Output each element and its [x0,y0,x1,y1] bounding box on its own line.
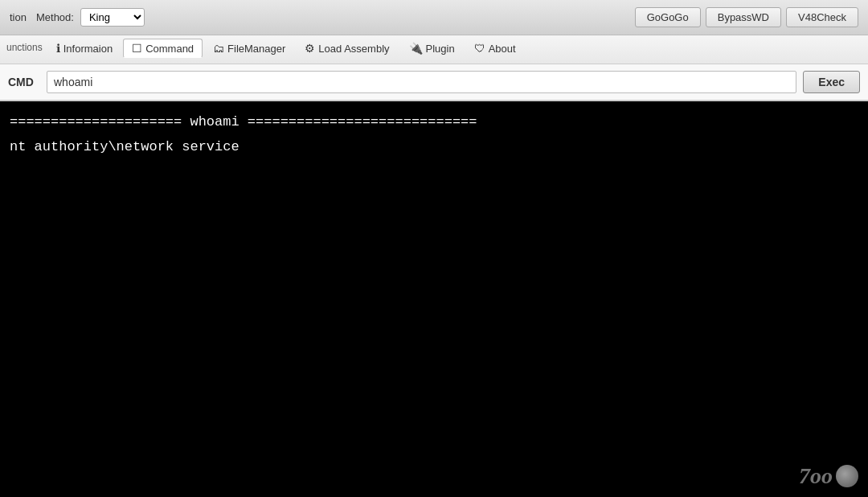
v48check-button[interactable]: V48Check [786,7,858,27]
cmd-input[interactable] [47,71,796,93]
cmd-label: CMD [8,76,40,88]
cmd-bar: CMD Exec [0,64,868,101]
functions-bar: unctions ℹ Informaion ☐ Command 🗂 FileMa… [0,35,868,64]
command-icon: ☐ [132,42,142,55]
top-bar: tion Method: KingQueenAdmin GoGoGo Bypas… [0,0,868,35]
tab-command-label: Command [145,43,194,55]
method-label: Method: [36,11,74,23]
terminal: ===================== whoami ===========… [0,101,868,497]
bypasswd-button[interactable]: BypassWD [706,7,781,27]
terminal-separator: ===================== whoami ===========… [10,114,858,129]
tab-about[interactable]: 🛡 About [465,39,525,58]
filemanager-icon: 🗂 [213,42,224,55]
tab-command[interactable]: ☐ Command [123,39,203,58]
exec-button[interactable]: Exec [803,71,860,93]
top-bar-title: tion [10,11,27,23]
tab-information-label: Informaion [63,43,113,55]
top-buttons: GoGoGo BypassWD V48Check [635,7,858,27]
tab-about-label: About [489,43,516,55]
tab-plugin[interactable]: 🔌 Plugin [400,39,464,58]
watermark: 7oo [799,463,858,489]
tab-information[interactable]: ℹ Informaion [47,39,121,58]
tab-filemanager-label: FileManager [227,43,285,55]
method-select[interactable]: KingQueenAdmin [80,8,145,27]
tab-loadassembly[interactable]: ⚙ Load Assembly [296,39,398,58]
terminal-output: nt authority\network service [10,139,858,154]
tab-plugin-label: Plugin [426,43,455,55]
about-icon: 🛡 [474,42,485,55]
watermark-circle [836,465,858,487]
gogogo-button[interactable]: GoGoGo [635,7,701,27]
watermark-text: 7oo [799,463,833,489]
information-icon: ℹ [56,42,60,55]
tab-filemanager[interactable]: 🗂 FileManager [204,39,294,58]
tab-loadassembly-label: Load Assembly [318,43,389,55]
functions-label: unctions [6,42,43,53]
loadassembly-icon: ⚙ [305,42,315,55]
plugin-icon: 🔌 [409,42,423,55]
nav-tabs: ℹ Informaion ☐ Command 🗂 FileManager ⚙ L… [47,39,525,58]
